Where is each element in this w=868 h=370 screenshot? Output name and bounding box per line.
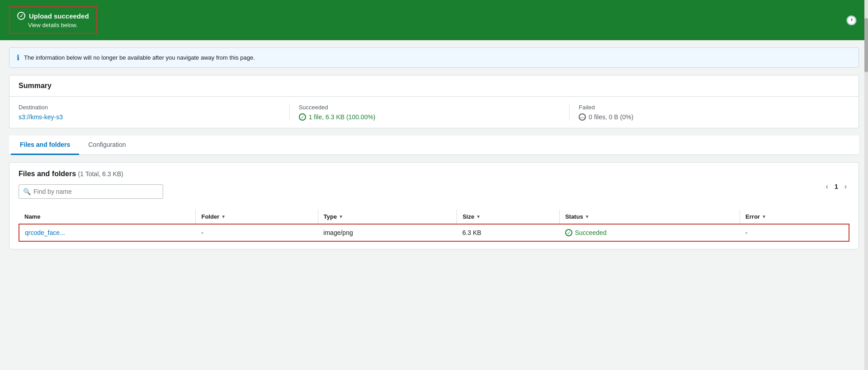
summary-title: Summary bbox=[9, 75, 859, 97]
destination-link[interactable]: s3://kms-key-s3 bbox=[19, 113, 63, 121]
next-page-button[interactable]: › bbox=[842, 181, 849, 192]
file-name-link[interactable]: qrcode_face... bbox=[25, 229, 65, 236]
type-sort-icon: ▼ bbox=[339, 214, 343, 219]
col-header-status[interactable]: Status ▼ bbox=[560, 210, 740, 224]
search-input[interactable] bbox=[19, 184, 163, 199]
col-header-folder[interactable]: Folder ▼ bbox=[196, 210, 318, 224]
status-check-icon: ✓ bbox=[565, 229, 572, 236]
scrollbar[interactable] bbox=[864, 0, 868, 370]
search-container: 🔍 bbox=[19, 184, 163, 199]
summary-destination-col: Destination s3://kms-key-s3 bbox=[19, 104, 290, 121]
cell-type: image/png bbox=[318, 224, 457, 241]
cell-status: ✓ Succeeded bbox=[560, 224, 740, 241]
info-icon: ℹ bbox=[17, 53, 19, 62]
table-header-row: Name Folder ▼ Type ▼ bbox=[19, 210, 849, 224]
error-sort-icon: ▼ bbox=[762, 214, 766, 219]
succeeded-value-text: 1 file, 6.3 KB (100.00%) bbox=[309, 113, 376, 121]
status-success-badge: ✓ Succeeded bbox=[565, 229, 735, 236]
files-count: (1 Total, 6.3 KB) bbox=[78, 170, 123, 178]
success-check-icon: ✓ bbox=[17, 12, 25, 20]
col-header-error[interactable]: Error ▼ bbox=[740, 210, 849, 224]
scrollbar-thumb[interactable] bbox=[864, 18, 868, 72]
succeeded-label: Succeeded bbox=[299, 104, 561, 111]
files-section-title: Files and folders bbox=[19, 170, 76, 178]
info-banner: ℹ The information below will no longer b… bbox=[9, 47, 859, 68]
col-header-name: Name bbox=[19, 210, 196, 224]
success-banner: ✓ Upload succeeded View details below. 🕐 bbox=[0, 0, 868, 40]
col-header-type[interactable]: Type ▼ bbox=[318, 210, 457, 224]
failed-label: Failed bbox=[579, 104, 840, 111]
files-section: Files and folders (1 Total, 6.3 KB) 🔍 ‹ … bbox=[9, 162, 859, 249]
prev-page-button[interactable]: ‹ bbox=[823, 181, 831, 192]
status-sort-icon: ▼ bbox=[585, 214, 590, 219]
clock-icon: 🕐 bbox=[846, 15, 857, 26]
summary-succeeded-col: Succeeded ✓ 1 file, 6.3 KB (100.00%) bbox=[299, 104, 570, 121]
succeeded-check-icon: ✓ bbox=[299, 113, 306, 121]
summary-failed-col: Failed — 0 files, 0 B (0%) bbox=[579, 104, 849, 121]
tab-files-folders[interactable]: Files and folders bbox=[11, 136, 79, 155]
pagination-area: ‹ 1 › bbox=[823, 181, 849, 192]
page-number: 1 bbox=[835, 183, 838, 190]
files-table: Name Folder ▼ Type ▼ bbox=[19, 210, 849, 242]
cell-name: qrcode_face... bbox=[19, 224, 196, 241]
summary-body: Destination s3://kms-key-s3 Succeeded ✓ … bbox=[9, 97, 859, 128]
tabs-bar: Files and folders Configuration bbox=[9, 136, 859, 155]
tab-configuration[interactable]: Configuration bbox=[79, 136, 135, 155]
cell-size: 6.3 KB bbox=[457, 224, 560, 241]
success-banner-subtitle: View details below. bbox=[17, 22, 89, 28]
destination-value: s3://kms-key-s3 bbox=[19, 113, 280, 121]
success-banner-title: ✓ Upload succeeded bbox=[17, 12, 89, 20]
failed-value: — 0 files, 0 B (0%) bbox=[579, 113, 840, 121]
destination-label: Destination bbox=[19, 104, 280, 111]
col-header-size[interactable]: Size ▼ bbox=[457, 210, 560, 224]
success-title-text: Upload succeeded bbox=[29, 12, 89, 20]
cell-error: - bbox=[740, 224, 849, 241]
main-content: Summary Destination s3://kms-key-s3 Succ… bbox=[0, 75, 868, 258]
files-section-header: Files and folders (1 Total, 6.3 KB) bbox=[19, 170, 849, 178]
size-sort-icon: ▼ bbox=[476, 214, 481, 219]
failed-value-text: 0 files, 0 B (0%) bbox=[589, 113, 633, 121]
summary-card: Summary Destination s3://kms-key-s3 Succ… bbox=[9, 75, 859, 128]
search-icon: 🔍 bbox=[23, 188, 31, 195]
info-message-text: The information below will no longer be … bbox=[24, 54, 255, 61]
status-text: Succeeded bbox=[575, 229, 607, 236]
cell-folder: - bbox=[196, 224, 318, 241]
table-row: qrcode_face... - image/png 6.3 KB ✓ Succ… bbox=[19, 224, 849, 241]
succeeded-value: ✓ 1 file, 6.3 KB (100.00%) bbox=[299, 113, 561, 121]
search-pagination-row: 🔍 ‹ 1 › bbox=[19, 184, 849, 206]
success-banner-box: ✓ Upload succeeded View details below. bbox=[9, 6, 97, 34]
folder-sort-icon: ▼ bbox=[221, 214, 226, 219]
failed-icon: — bbox=[579, 113, 586, 121]
